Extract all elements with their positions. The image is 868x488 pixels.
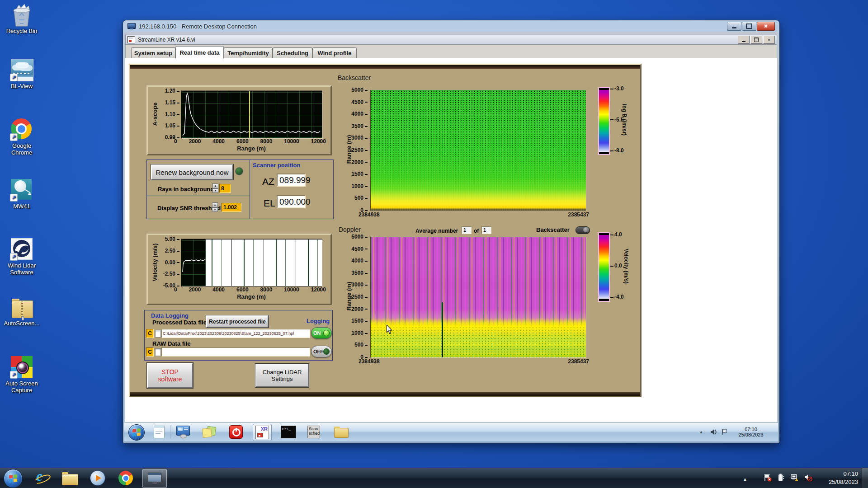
doppler-colorbar	[598, 232, 610, 302]
axis-tick: 4000	[212, 138, 225, 145]
axis-tick: 2500	[351, 294, 368, 300]
toggle-lens	[323, 348, 330, 355]
maximize-button[interactable]	[742, 22, 756, 31]
host-internet-explorer-icon[interactable]: e	[32, 469, 52, 487]
host-explorer-icon[interactable]	[60, 469, 80, 487]
session-sticky-notes-icon[interactable]	[200, 424, 218, 440]
zip-folder-icon	[11, 296, 33, 318]
session-scan-scheduler-icon[interactable]: Scan sched	[305, 424, 323, 440]
close-button[interactable]: ×	[757, 22, 775, 31]
host-start-button[interactable]	[4, 469, 23, 488]
panel-bottom-strip	[130, 392, 640, 396]
tab-scheduling[interactable]: Scheduling	[273, 47, 312, 58]
app-minimize-button[interactable]	[738, 36, 750, 44]
processed-path-field[interactable]: C:\Lidar\Data\Proc\2023\202308\20230825\…	[161, 329, 310, 338]
session-folder-icon[interactable]	[332, 424, 350, 440]
host-remote-desktop-icon[interactable]	[142, 469, 167, 488]
host-network-icon[interactable]: !	[790, 473, 799, 482]
doppler-x-right: 2385437	[568, 358, 589, 365]
host-action-center-flag-icon[interactable]	[763, 473, 772, 482]
axis-tick: 1.15	[165, 99, 179, 106]
axis-tick: 2000	[189, 286, 201, 293]
session-tray-expand-icon[interactable]: ▲	[697, 427, 706, 436]
axis-tick: -3.0	[610, 85, 624, 92]
tab-label: Real time data	[179, 49, 219, 56]
session-start-button[interactable]	[128, 424, 145, 441]
desktop-icon-bl-view[interactable]: ↗ BL-View	[0, 59, 43, 89]
velocity-noise-region	[206, 239, 322, 286]
axis-tick: 4000	[212, 286, 225, 293]
axis-tick: 0	[174, 138, 177, 145]
axis-tick: 5000	[351, 234, 368, 240]
tab-system-setup[interactable]: System setup	[131, 47, 175, 58]
host-volume-muted-icon[interactable]	[804, 473, 813, 482]
stop-label-line2: software	[158, 375, 182, 383]
desktop-icon-autoscreen-zip[interactable]: AutoScreen...	[0, 296, 43, 327]
ascope-graph: A-scope 1.201.151.101.050.99 02000400060…	[146, 85, 332, 155]
velocity-graph: Velocity (m/s) 5.002.500.00-2.50-5.00 02…	[146, 234, 332, 305]
browse-file-icon[interactable]	[155, 330, 161, 338]
session-stop-app-icon[interactable]	[227, 424, 245, 440]
change-lidar-settings-button[interactable]: Change LiDAR Settings	[255, 364, 309, 387]
snr-value-field[interactable]: 1.002	[222, 203, 241, 212]
axis-tick: 2500	[351, 147, 368, 153]
tab-real-time-data[interactable]: Real time data	[175, 46, 224, 58]
desktop-icon-wind-lidar[interactable]: ↗ Wind Lidar Software	[0, 238, 43, 276]
doppler-speckle-texture	[371, 237, 586, 357]
tab-temp-humidity[interactable]: Temp/humidity	[224, 47, 273, 58]
host-media-player-icon[interactable]	[88, 469, 108, 487]
tab-wind-profile[interactable]: Wind profile	[312, 47, 357, 58]
stop-software-button[interactable]: STOP software	[147, 363, 193, 388]
host-clock[interactable]: 07:10 25/08/2023	[815, 470, 858, 486]
scanner-position-title: Scanner position	[253, 162, 300, 169]
axis-tick: 0.0	[610, 263, 624, 269]
session-notepad-icon[interactable]	[150, 424, 168, 440]
session-clock[interactable]: 07:10 25/08/2023	[732, 424, 770, 440]
session-command-prompt-icon[interactable]: C:\_	[279, 424, 297, 440]
session-action-center-flag-icon[interactable]	[720, 427, 729, 436]
axis-tick: 3500	[351, 270, 368, 276]
logging-label: Logging	[307, 318, 330, 324]
renew-background-button[interactable]: Renew background now	[151, 164, 233, 180]
processed-drive-button[interactable]: C	[146, 329, 154, 338]
app-restore-button[interactable]	[750, 36, 762, 44]
app-close-button[interactable]: ×	[763, 36, 775, 44]
backscatter-x-right: 2385437	[568, 211, 589, 218]
axis-tick: 3000	[351, 282, 368, 288]
desktop-icon-auto-screen-capture[interactable]: ↗ Auto Screen Capture	[0, 356, 43, 394]
host-chrome-icon[interactable]	[116, 469, 136, 487]
svg-text:!: !	[797, 479, 797, 481]
app-window-title: StreamLine XR v14-6.vi	[138, 37, 195, 43]
taskbar-separator	[170, 425, 170, 439]
processed-data-file-label: Processed Data file	[152, 319, 207, 326]
desktop-icon-google-chrome[interactable]: ↗ Google Chrome	[0, 118, 43, 156]
az-value-field[interactable]: 089.999	[277, 174, 306, 187]
el-value-field[interactable]: 090.000	[277, 195, 306, 208]
host-battery-icon[interactable]	[777, 473, 786, 482]
processed-logging-toggle-on[interactable]: ON	[311, 327, 332, 339]
data-logging-box: Data Logging Processed Data file Restart…	[144, 310, 333, 361]
minimize-button[interactable]	[727, 22, 741, 31]
raw-logging-toggle-off[interactable]: OFF	[311, 346, 332, 357]
main-panel: A-scope 1.201.151.101.050.99 02000400060…	[129, 64, 642, 397]
axis-tick: -4.0	[610, 294, 624, 300]
browse-file-icon[interactable]	[155, 348, 161, 356]
ascope-y-axis-label: A-scope	[151, 101, 158, 128]
snr-spinner[interactable]: ▲▼	[212, 202, 218, 212]
host-tray-expand-icon[interactable]: ▲	[741, 474, 750, 483]
desktop-icon-recycle-bin[interactable]: Recycle Bin	[0, 4, 43, 34]
session-streamline-xr-icon[interactable]: XR	[253, 424, 272, 441]
backscatter-x-left: 2384938	[359, 211, 380, 218]
session-display-settings-icon[interactable]	[174, 424, 192, 440]
desktop-icon-mw41[interactable]: ↗ MW41	[0, 179, 43, 210]
raw-path-field[interactable]	[161, 347, 310, 357]
session-volume-icon[interactable]	[709, 427, 718, 436]
rays-spinner[interactable]: ▲▼	[212, 183, 218, 193]
backscatter-colorbar-label: log B (/m/sr)	[621, 95, 627, 145]
change-settings-line1: Change LiDAR	[263, 369, 302, 375]
tab-label: System setup	[134, 50, 173, 56]
rays-value-field[interactable]: 8	[219, 184, 231, 193]
restart-processed-file-button[interactable]: Restart processed file	[206, 315, 269, 328]
show-desktop-button[interactable]	[862, 468, 868, 488]
raw-drive-button[interactable]: C	[146, 347, 154, 357]
